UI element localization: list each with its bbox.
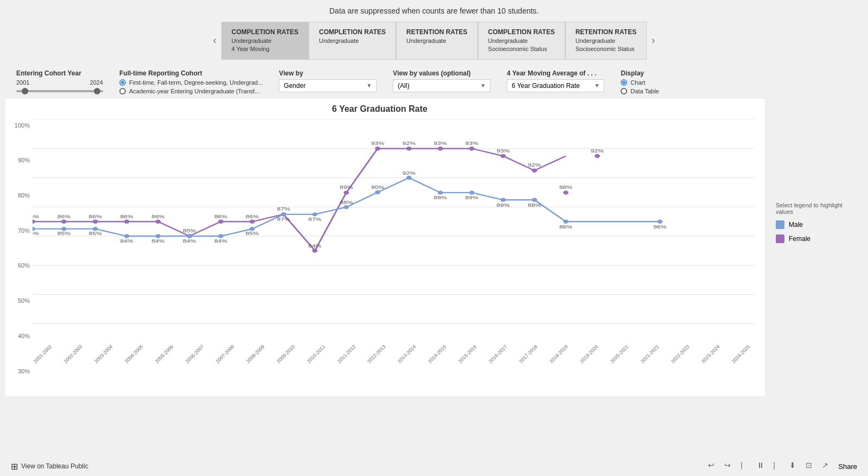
- view-by-values-control: View by values (optional) (All) ▼: [393, 69, 490, 92]
- view-by-value: Gender: [284, 82, 305, 90]
- download-icon[interactable]: ⬇: [789, 461, 800, 472]
- radio-firsttime-label: First-time, Fall-term, Degree-seeking, U…: [129, 79, 263, 86]
- legend-female[interactable]: Female: [776, 234, 857, 243]
- legend-male[interactable]: Male: [776, 220, 857, 229]
- svg-text:85%: 85%: [58, 230, 71, 236]
- svg-text:90%: 90%: [371, 184, 385, 189]
- chart-body: 100% 90% 80% 70% 60% 50% 40% 30%: [5, 119, 754, 391]
- svg-text:87%: 87%: [308, 216, 322, 221]
- legend-female-label: Female: [789, 235, 810, 243]
- tab5-subtitle: UndergraduateSocioeconomic Status: [576, 37, 636, 54]
- radio-academic-year[interactable]: Academic-year Entering Undergraduate (Tr…: [119, 88, 263, 94]
- slider-thumb-left[interactable]: [22, 88, 28, 94]
- undo-icon[interactable]: ↩: [708, 461, 719, 472]
- svg-text:93%: 93%: [496, 148, 510, 153]
- svg-point-12: [93, 219, 98, 223]
- svg-point-16: [155, 219, 161, 223]
- svg-point-34: [438, 147, 443, 150]
- svg-point-40: [532, 168, 537, 172]
- svg-text:89%: 89%: [465, 194, 479, 200]
- reporting-cohort-control: Full-time Reporting Cohort First-time, F…: [119, 69, 263, 94]
- svg-point-38: [501, 154, 506, 157]
- nav-prev-arrow[interactable]: ‹: [208, 34, 221, 47]
- slider-fill: [16, 90, 103, 92]
- svg-point-30: [375, 147, 380, 150]
- pause-icon[interactable]: ⏸: [757, 461, 768, 472]
- svg-text:93%: 93%: [465, 140, 479, 145]
- year-bounds: 2001 2024: [16, 79, 103, 86]
- chart-svg: 86% 86% 86% 86% 86%: [33, 119, 754, 353]
- y-80: 80%: [18, 192, 30, 199]
- svg-text:88%: 88%: [434, 194, 448, 200]
- y-90: 90%: [18, 157, 30, 163]
- y-axis: 100% 90% 80% 70% 60% 50% 40% 30%: [5, 119, 33, 391]
- radio-firsttime[interactable]: First-time, Fall-term, Degree-seeking, U…: [119, 79, 263, 86]
- y-30: 30%: [18, 368, 30, 375]
- svg-text:86%: 86%: [151, 213, 165, 219]
- svg-text:86%: 86%: [246, 213, 259, 219]
- svg-text:86%: 86%: [33, 213, 40, 219]
- tab-completion-rates-4yr[interactable]: COMPLETION RATES Undergraduate4 Year Mov…: [221, 22, 309, 60]
- radio-academic-label: Academic-year Entering Undergraduate (Tr…: [129, 88, 259, 94]
- moving-avg-label: 4 Year Moving Average of . . .: [507, 69, 604, 77]
- display-label: Display: [621, 69, 659, 77]
- nav-next-arrow[interactable]: ›: [647, 34, 660, 47]
- redo-icon[interactable]: ↪: [724, 461, 735, 472]
- view-by-values-select[interactable]: (All) ▼: [393, 79, 490, 92]
- svg-text:85%: 85%: [89, 230, 103, 236]
- tab-retention-rates-ug[interactable]: RETENTION RATES Undergraduate: [396, 22, 477, 60]
- nav-tabs-container: ‹ COMPLETION RATES Undergraduate4 Year M…: [0, 22, 868, 60]
- legend-female-color: [776, 234, 784, 243]
- svg-point-82: [658, 219, 663, 223]
- embed-icon[interactable]: ⊡: [806, 461, 816, 472]
- tab1-title: COMPLETION RATES: [232, 28, 298, 37]
- svg-point-76: [501, 198, 506, 201]
- share-icon[interactable]: ↗: [822, 461, 833, 472]
- view-by-select[interactable]: Gender ▼: [279, 79, 376, 92]
- tableau-link-label: View on Tableau Public: [21, 462, 88, 470]
- tab-retention-socio[interactable]: RETENTION RATES UndergraduateSocioeconom…: [565, 22, 647, 60]
- bottom-bar: ⊞ View on Tableau Public ↩ ↪ | ⏸ | ⬇ ⊡ ↗…: [0, 456, 868, 476]
- moving-avg-select[interactable]: 6 Year Graduation Rate ▼: [507, 79, 604, 92]
- svg-text:86%: 86%: [214, 213, 228, 219]
- cohort-year-label: Entering Cohort Year: [16, 69, 103, 77]
- svg-text:86%: 86%: [559, 224, 573, 229]
- display-datatable-option[interactable]: Data Table: [621, 88, 659, 94]
- tab-completion-rates-ug[interactable]: COMPLETION RATES Undergraduate: [309, 22, 396, 60]
- tab4-title: COMPLETION RATES: [488, 28, 555, 37]
- svg-text:84%: 84%: [120, 238, 133, 243]
- display-control: Display Chart Data Table: [621, 69, 659, 94]
- tab-completion-socio[interactable]: COMPLETION RATES UndergraduateSocioecono…: [478, 22, 565, 60]
- display-chart-option[interactable]: Chart: [621, 79, 659, 86]
- top-notice: Data are suppressed when counts are fewe…: [0, 0, 868, 22]
- moving-avg-control: 4 Year Moving Average of . . . 6 Year Gr…: [507, 69, 604, 92]
- display-datatable-label: Data Table: [630, 88, 659, 94]
- svg-text:89%: 89%: [496, 202, 510, 207]
- svg-point-68: [375, 190, 380, 194]
- main-container: Data are suppressed when counts are fewe…: [0, 0, 868, 476]
- reporting-cohort-label: Full-time Reporting Cohort: [119, 69, 263, 77]
- y-60: 60%: [18, 262, 30, 269]
- svg-text:84%: 84%: [308, 242, 322, 247]
- svg-text:88%: 88%: [559, 184, 573, 189]
- svg-point-44: [595, 154, 600, 157]
- tab2-title: COMPLETION RATES: [319, 28, 386, 37]
- svg-text:93%: 93%: [371, 140, 385, 145]
- tab3-subtitle: Undergraduate: [406, 37, 467, 45]
- reporting-cohort-options: First-time, Fall-term, Degree-seeking, U…: [119, 79, 263, 94]
- chart-container: 6 Year Graduation Rate 100% 90% 80% 70% …: [5, 99, 765, 396]
- svg-text:93%: 93%: [434, 140, 448, 145]
- svg-point-8: [33, 219, 35, 223]
- cohort-year-control: Entering Cohort Year 2001 2024: [16, 69, 103, 94]
- separator2: |: [773, 461, 784, 472]
- tab2-subtitle: Undergraduate: [319, 37, 386, 45]
- share-label[interactable]: Share: [838, 462, 857, 471]
- legend-area: Select legend to highlight values Male F…: [765, 196, 863, 396]
- svg-text:85%: 85%: [246, 230, 259, 236]
- view-by-values-value: (All): [398, 82, 409, 90]
- svg-text:85%: 85%: [183, 227, 196, 233]
- tableau-public-link[interactable]: ⊞ View on Tableau Public: [11, 461, 88, 472]
- slider-thumb-right[interactable]: [94, 88, 100, 94]
- year-max: 2024: [90, 79, 103, 86]
- display-chart-dot: [621, 79, 627, 86]
